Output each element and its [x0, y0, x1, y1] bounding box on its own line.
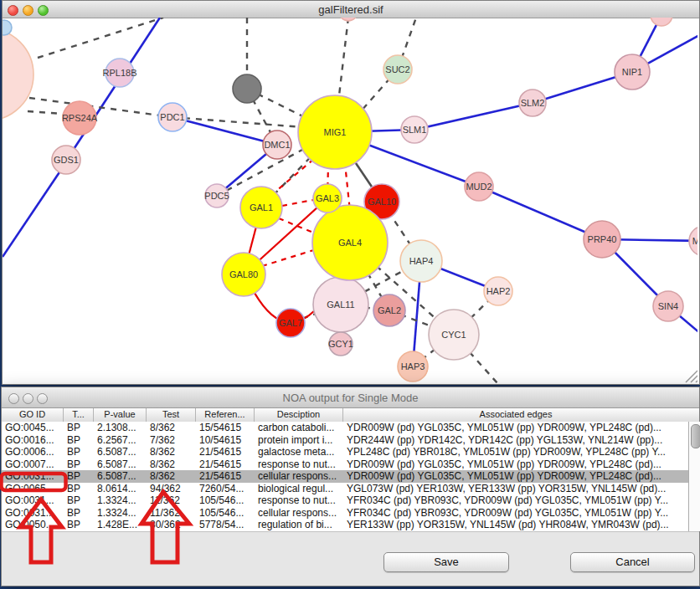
table-row[interactable]: GO:0016...BP6.2567...7/36210/54615protei…: [2, 434, 688, 447]
table-scrollbar[interactable]: [688, 422, 700, 531]
edge: [38, 18, 163, 58]
cell-test: 8/362: [147, 446, 196, 458]
table-body[interactable]: GO:0045...BP2.1308...8/36215/54615carbon…: [2, 422, 688, 531]
node-label: GAL80: [229, 269, 258, 279]
table-row[interactable]: GO:0065...BP8.0614...94/3627260/54...bio…: [2, 483, 688, 495]
noa-window-titlebar[interactable]: NOA output for Single Mode: [2, 387, 699, 408]
table-header[interactable]: GO IDT...P-valueTestReferen...Desciption…: [2, 408, 699, 423]
save-button[interactable]: Save: [383, 552, 509, 572]
node-label: GAL11: [327, 300, 354, 310]
cell-p_value: 1.428E...: [94, 519, 147, 531]
node-label: GDS1: [54, 155, 79, 165]
cell-test: 94/362: [147, 483, 196, 495]
cell-type: BP: [64, 470, 94, 483]
cell-type: BP: [64, 483, 94, 495]
cell-go_id: GO:0007...: [2, 458, 64, 471]
column-header[interactable]: Test: [147, 408, 196, 422]
node-label: NIP1: [622, 67, 642, 77]
cell-p_value: 6.5087...: [94, 446, 147, 458]
node-label: SIN4: [658, 301, 678, 311]
column-header[interactable]: T...: [64, 408, 94, 422]
cell-reference: 5778/54...: [196, 519, 255, 531]
cell-description: cellular respons...: [255, 507, 343, 520]
node-label: SLM1: [403, 125, 427, 135]
cell-edges: YDR009W (pd) YGL035C, YML051W (pp) YDR00…: [343, 458, 688, 471]
node-label: DMC1: [264, 140, 290, 150]
cell-reference: 105/546...: [196, 494, 255, 507]
graph-window-title: galFiltered.sif: [3, 3, 699, 16]
table-row[interactable]: GO:0031...BP1.3324...11/362105/546...res…: [2, 494, 688, 507]
column-header[interactable]: Associated edges: [343, 408, 688, 422]
node-label: RPL18B: [103, 68, 137, 78]
table-row[interactable]: GO:0050...BP1.428E...80/3625778/54...reg…: [2, 519, 688, 531]
noa-window-title: NOA output for Single Mode: [2, 392, 699, 404]
cell-reference: 10/54615: [196, 434, 255, 447]
cell-edges: YFR034C (pd) YBR093C, YDR009W (pd) YGL03…: [343, 494, 688, 507]
node-label: HAP4: [409, 256, 434, 266]
cell-edges: YGL073W (pd) YER103W, YER133W (pp) YOR31…: [343, 483, 688, 495]
cell-type: BP: [64, 458, 94, 471]
node-gray[interactable]: [233, 74, 261, 103]
graph-window: galFiltered.sif MIG1RPL18BRPS24AGDS1PDC1…: [2, 0, 700, 385]
node-label: HAP2: [486, 286, 511, 296]
cell-description: response to nut...: [255, 494, 343, 507]
table-row[interactable]: GO:0031...BP1.3324...11/362105/546...cel…: [2, 507, 688, 520]
node-label: MSL1: [692, 236, 697, 246]
cell-p_value: 1.3324...: [94, 494, 147, 507]
column-header[interactable]: P-value: [94, 408, 147, 422]
column-header[interactable]: Referen...: [196, 408, 255, 422]
table-row[interactable]: GO:0031...BP6.5087...8/36221/54615cellul…: [2, 470, 688, 483]
edge: [479, 187, 602, 239]
column-header[interactable]: Desciption: [255, 408, 343, 422]
node-cornerblue[interactable]: [3, 20, 12, 35]
cell-description: protein import i...: [255, 434, 343, 447]
cell-edges: YDR009W (pd) YGL035C, YML051W (pp) YDR00…: [343, 422, 688, 434]
cell-go_id: GO:0031...: [2, 494, 64, 507]
node-label: GAL7: [279, 318, 302, 328]
cell-go_id: GO:0065...: [2, 483, 64, 495]
node-label: SUC2: [385, 64, 409, 74]
node-label: PDC5: [204, 191, 229, 201]
table-row[interactable]: GO:0045...BP2.1308...8/36215/54615carbon…: [2, 422, 688, 434]
cell-p_value: 6.5087...: [94, 470, 147, 483]
table-row[interactable]: GO:0006...BP6.5087...8/36221/54615galact…: [2, 446, 688, 458]
cell-edges: YER133W (pp) YOR315W, YNL145W (pd) YHR08…: [343, 519, 688, 531]
cell-reference: 105/546...: [196, 507, 255, 520]
cell-test: 8/362: [147, 458, 196, 471]
cell-go_id: GO:0031...: [2, 507, 64, 520]
cell-p_value: 2.1308...: [94, 422, 147, 434]
cancel-button[interactable]: Cancel: [570, 552, 695, 572]
column-header[interactable]: GO ID: [2, 408, 64, 422]
cell-type: BP: [64, 434, 94, 447]
cell-p_value: 1.3324...: [94, 507, 147, 520]
node-label: RPS24A: [62, 113, 98, 123]
cell-reference: 21/54615: [196, 446, 255, 458]
resize-grip: [696, 381, 697, 382]
node-label: GAL2: [378, 305, 401, 315]
cell-description: carbon cataboli...: [255, 422, 343, 434]
node-label: MIG1: [324, 127, 347, 137]
node-topnode1[interactable]: [339, 18, 358, 21]
cell-go_id: GO:0006...: [2, 446, 64, 458]
desktop: galFiltered.sif MIG1RPL18BRPS24AGDS1PDC1…: [0, 0, 700, 589]
cell-p_value: 8.0614...: [94, 483, 147, 495]
cell-test: 8/362: [147, 422, 196, 434]
node-label: HAP3: [401, 361, 425, 371]
cell-test: 80/362: [147, 519, 196, 531]
node-label: GAL4: [338, 238, 362, 248]
cell-type: BP: [64, 507, 94, 520]
node-label: PDC1: [160, 112, 184, 122]
node-topnode2[interactable]: [651, 18, 672, 26]
cell-reference: 7260/54...: [196, 483, 255, 495]
node-label: CYC1: [441, 330, 466, 340]
graph-window-titlebar[interactable]: galFiltered.sif: [3, 1, 699, 18]
cell-reference: 15/54615: [196, 422, 255, 434]
cell-edges: YDR009W (pd) YGL035C, YML051W (pp) YDR00…: [343, 470, 688, 483]
node-bigleft[interactable]: [3, 28, 33, 120]
table-row[interactable]: GO:0007...BP6.5087...8/36221/54615respon…: [2, 458, 688, 471]
network-canvas[interactable]: MIG1RPL18BRPS24AGDS1PDC1DMC1SUC2SLM1SLM2…: [3, 18, 697, 383]
node-label: GAL1: [250, 202, 273, 213]
noa-output-window: NOA output for Single Mode GO IDT...P-va…: [1, 387, 700, 586]
scrollbar-thumb[interactable]: [691, 424, 700, 448]
cell-go_id: GO:0031...: [2, 470, 64, 483]
